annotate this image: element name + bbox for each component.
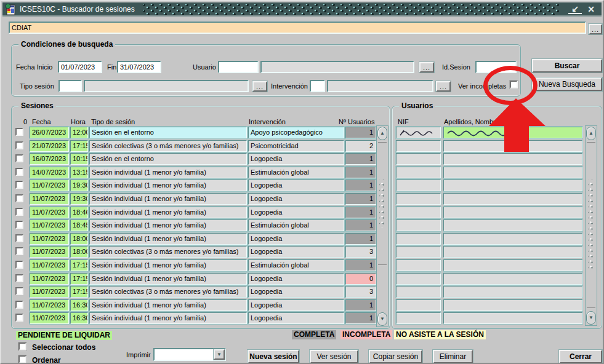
- usuarios-scrollbar-up-button[interactable]: ▲: [586, 127, 596, 140]
- sesiones-scrollbar-up-button[interactable]: ▲: [377, 127, 387, 140]
- table-row[interactable]: 26/07/2023 12:00 Sesión en el entorno Ap…: [15, 127, 377, 138]
- usuario-row[interactable]: [396, 299, 583, 311]
- usuario-row[interactable]: [396, 286, 583, 298]
- sesiones-group-title: Sesiones: [18, 101, 56, 110]
- row-checkbox[interactable]: [15, 247, 23, 255]
- usuario-row[interactable]: [396, 220, 583, 231]
- cell-nombre: [443, 312, 582, 324]
- tipo-sesion-browse-button[interactable]: ...: [252, 81, 267, 92]
- table-row[interactable]: 11/07/2023 19:30 Sesión individual (1 me…: [15, 193, 377, 205]
- cell-fecha: 11/07/2023: [30, 246, 69, 258]
- table-row[interactable]: 11/07/2023 16:30 Sesión individual (1 me…: [15, 312, 377, 324]
- usuarios-scrollbar[interactable]: ▲ ▼: [585, 125, 597, 326]
- cell-tipo: Sesión individual (1 menor y/o familia): [89, 299, 247, 311]
- row-checkbox[interactable]: [15, 221, 23, 229]
- row-checkbox[interactable]: [15, 154, 23, 162]
- row-checkbox[interactable]: [15, 234, 23, 242]
- row-checkbox[interactable]: [15, 141, 23, 149]
- table-row[interactable]: 11/07/2023 18:00 Sesión colectivas (3 o …: [15, 246, 377, 258]
- cell-intervencion: Logopedia: [248, 286, 344, 298]
- col-header-fecha: Fecha: [32, 118, 51, 125]
- cell-fecha: 11/07/2023: [30, 233, 69, 245]
- sesiones-scrollbar-thumb[interactable]: [378, 142, 387, 265]
- cerrar-button[interactable]: Cerrar: [559, 350, 602, 363]
- cell-tipo: Sesión individual (1 menor y/o familia): [89, 233, 247, 245]
- fecha-inicio-input[interactable]: [58, 61, 102, 73]
- usuario-browse-button[interactable]: ...: [419, 62, 434, 73]
- row-checkbox[interactable]: [15, 168, 23, 176]
- cell-intervencion: Logopedia: [248, 207, 344, 218]
- cell-hora: 17:15: [70, 140, 88, 152]
- intervencion-browse-button[interactable]: ...: [436, 81, 451, 92]
- legend-pendiente: PENDIENTE DE LIQUIDAR: [16, 331, 112, 340]
- usuario-row[interactable]: [396, 312, 583, 324]
- row-checkbox[interactable]: [15, 274, 23, 282]
- tipo-sesion-input[interactable]: [58, 80, 82, 92]
- intervencion-input[interactable]: [310, 80, 325, 92]
- usuario-row[interactable]: [396, 233, 583, 245]
- row-checkbox[interactable]: [15, 208, 23, 216]
- table-row[interactable]: 11/07/2023 17:15 Sesión individual (1 me…: [15, 273, 377, 285]
- usuario-row[interactable]: [396, 140, 583, 152]
- copiar-sesion-button[interactable]: Copiar sesión: [369, 350, 422, 363]
- redaction-scribble: [399, 130, 437, 136]
- row-checkbox[interactable]: [15, 128, 23, 136]
- row-checkbox[interactable]: [15, 314, 23, 322]
- cell-tipo: Sesión individual (1 menor y/o familia): [89, 207, 247, 218]
- table-row[interactable]: 11/07/2023 16:30 Sesión individual (1 me…: [15, 299, 377, 311]
- table-row[interactable]: 11/07/2023 18:46 Sesión individual (1 me…: [15, 207, 377, 218]
- table-row[interactable]: 21/07/2023 17:15 Sesión colectivas (3 o …: [15, 140, 377, 152]
- usuario-row[interactable]: [396, 246, 583, 258]
- table-row[interactable]: 11/07/2023 18:00 Sesión individual (1 me…: [15, 233, 377, 245]
- table-row[interactable]: 11/07/2023 17:15 Sesión individual (1 me…: [15, 259, 377, 271]
- cell-fecha: 11/07/2023: [30, 220, 69, 231]
- nueva-sesion-button[interactable]: Nueva sesión: [248, 350, 299, 363]
- usuario-row[interactable]: [396, 259, 583, 271]
- row-checkbox[interactable]: [15, 194, 23, 202]
- usuario-row[interactable]: [396, 127, 583, 138]
- centro-field[interactable]: [9, 22, 586, 34]
- cell-nif: [396, 153, 441, 165]
- usuario-row[interactable]: [396, 273, 583, 285]
- usuarios-scrollbar-down-button[interactable]: ▼: [586, 311, 596, 325]
- sesiones-scrollbar-down-button[interactable]: ▼: [377, 312, 387, 326]
- cell-nif: [396, 233, 441, 245]
- minimize-button[interactable]: ↙: [568, 5, 582, 14]
- usuario-row[interactable]: [396, 193, 583, 205]
- cell-nif: [396, 246, 441, 258]
- close-button[interactable]: ✕: [584, 4, 598, 15]
- row-checkbox[interactable]: [15, 301, 23, 309]
- usuario-row[interactable]: [396, 167, 583, 178]
- table-row[interactable]: 11/07/2023 18:45 Sesión individual (1 me…: [15, 220, 377, 231]
- table-row[interactable]: 11/07/2023 17:15 Sesión colectivas (3 o …: [15, 286, 377, 298]
- usuarios-scrollbar-thumb[interactable]: [587, 142, 595, 308]
- usuario-input[interactable]: [218, 61, 259, 73]
- usuario-row[interactable]: [396, 207, 583, 218]
- table-row[interactable]: 16/07/2023 10:15 Sesión en el entorno Lo…: [15, 153, 377, 165]
- nueva-busqueda-button[interactable]: Nueva Busqueda: [532, 77, 602, 91]
- usuario-row[interactable]: [396, 153, 583, 165]
- sesiones-scrollbar[interactable]: ▲ ▼: [376, 125, 389, 327]
- usuario-row[interactable]: [396, 180, 583, 191]
- sesiones-rows: 26/07/2023 12:00 Sesión en el entorno Ap…: [15, 127, 377, 326]
- seleccionar-todos-checkbox[interactable]: [18, 342, 26, 350]
- fin-input[interactable]: [117, 61, 161, 73]
- ordenar-checkbox[interactable]: [18, 355, 26, 363]
- table-row[interactable]: 11/07/2023 19:30 Sesión individual (1 me…: [15, 180, 377, 191]
- ver-incompletas-checkbox[interactable]: [510, 81, 518, 89]
- row-checkbox[interactable]: [15, 261, 23, 269]
- cell-intervencion: Logopedia: [248, 246, 344, 258]
- table-row[interactable]: 14/07/2023 13:15 Sesión individual (1 me…: [15, 167, 377, 178]
- cell-tipo: Sesión individual (1 menor y/o familia): [89, 259, 247, 271]
- imprimir-dropdown-arrow-icon[interactable]: ▼: [214, 349, 225, 360]
- buscar-button[interactable]: Buscar: [532, 59, 602, 73]
- cell-fecha: 26/07/2023: [30, 127, 69, 138]
- cell-num-usuarios: 0: [345, 273, 376, 285]
- centro-browse-button[interactable]: ...: [589, 24, 602, 34]
- eliminar-button[interactable]: Eliminar: [433, 350, 473, 363]
- ver-sesion-button[interactable]: Ver sesión: [310, 350, 358, 363]
- id-sesion-input[interactable]: [475, 61, 517, 73]
- row-checkbox[interactable]: [15, 181, 23, 189]
- cell-nombre: [443, 233, 582, 245]
- row-checkbox[interactable]: [15, 287, 23, 295]
